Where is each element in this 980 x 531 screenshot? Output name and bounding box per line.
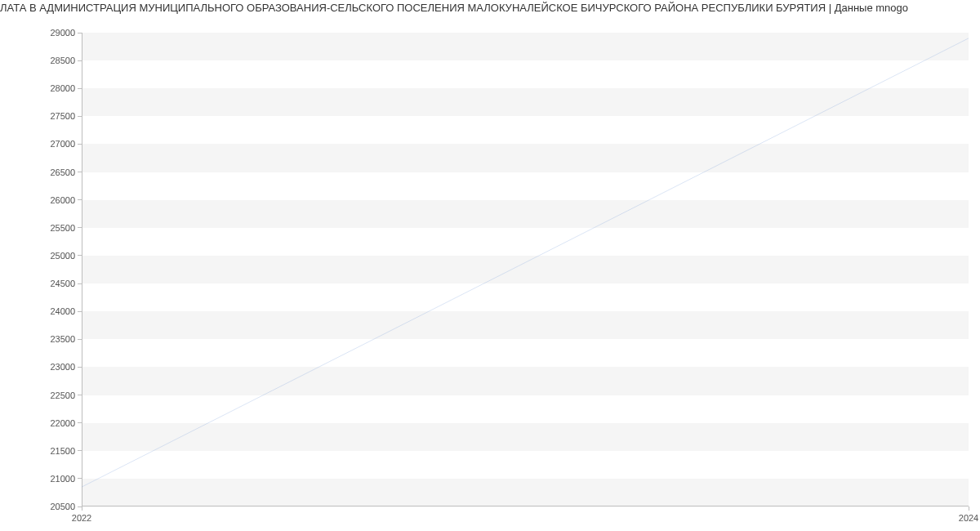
y-tick-mark bbox=[78, 339, 82, 340]
chart-title: ЛАТА В АДМИНИСТРАЦИЯ МУНИЦИПАЛЬНОГО ОБРА… bbox=[0, 2, 980, 14]
y-tick-label: 22000 bbox=[50, 418, 75, 428]
y-tick-mark bbox=[78, 367, 82, 368]
line-series bbox=[82, 33, 969, 506]
y-tick-label: 29000 bbox=[50, 28, 75, 38]
y-tick-mark bbox=[78, 60, 82, 61]
y-tick-mark bbox=[78, 283, 82, 284]
x-tick-mark bbox=[969, 506, 969, 511]
y-tick-mark bbox=[78, 199, 82, 200]
y-tick-mark bbox=[78, 172, 82, 172]
y-tick-mark bbox=[78, 33, 82, 33]
y-tick-mark bbox=[78, 311, 82, 312]
y-tick-label: 23000 bbox=[50, 362, 75, 372]
y-tick-mark bbox=[78, 395, 82, 395]
y-tick-mark bbox=[78, 227, 82, 228]
y-tick-mark bbox=[78, 478, 82, 479]
y-tick-label: 28000 bbox=[50, 83, 75, 93]
y-tick-label: 25000 bbox=[50, 251, 75, 261]
y-tick-label: 24500 bbox=[50, 279, 75, 288]
y-tick-label: 21500 bbox=[50, 446, 75, 456]
chart-container: 2050021000215002200022500230002350024000… bbox=[0, 20, 980, 531]
y-tick-label: 26500 bbox=[50, 167, 75, 177]
y-tick-mark bbox=[78, 255, 82, 256]
y-tick-mark bbox=[78, 450, 82, 451]
y-tick-label: 26000 bbox=[50, 195, 75, 205]
x-tick-label: 2022 bbox=[72, 513, 91, 523]
y-tick-label: 27500 bbox=[50, 111, 75, 121]
y-tick-label: 28500 bbox=[50, 56, 75, 65]
plot-area: 2050021000215002200022500230002350024000… bbox=[82, 33, 969, 506]
y-tick-mark bbox=[78, 116, 82, 117]
x-tick-mark bbox=[82, 506, 82, 511]
y-tick-label: 21000 bbox=[50, 474, 75, 484]
y-tick-mark bbox=[78, 422, 82, 423]
y-tick-label: 23500 bbox=[50, 334, 75, 344]
y-tick-label: 24000 bbox=[50, 306, 75, 316]
y-tick-mark bbox=[78, 144, 82, 145]
y-tick-label: 22500 bbox=[50, 390, 75, 400]
y-tick-label: 27000 bbox=[50, 139, 75, 149]
y-tick-label: 20500 bbox=[50, 502, 75, 511]
data-line bbox=[82, 38, 969, 487]
y-tick-mark bbox=[78, 88, 82, 89]
y-tick-label: 25500 bbox=[50, 223, 75, 233]
x-tick-label: 2024 bbox=[959, 513, 978, 523]
